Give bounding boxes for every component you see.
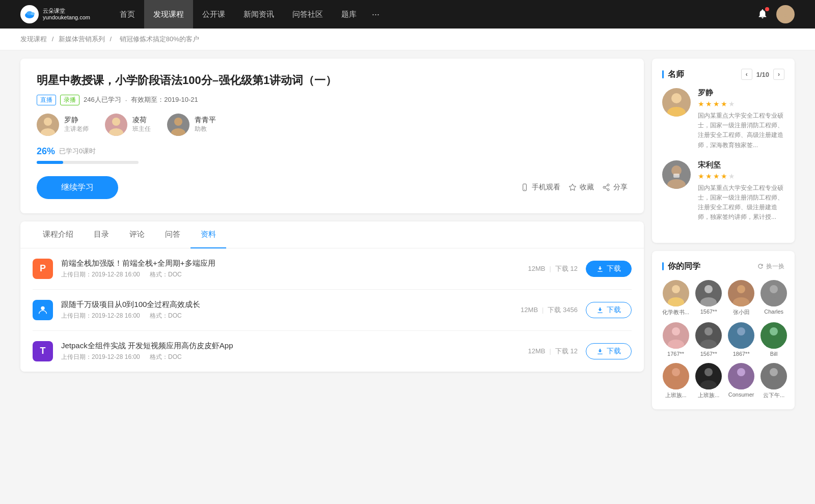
resource-size-0: 12MB	[528, 265, 546, 272]
resource-list: P 前端全栈加强版！前端全栈+全周期+多端应用 上传日期：2019-12-28 …	[20, 248, 644, 372]
action-buttons: 手机观看 收藏 分享	[521, 183, 628, 192]
tab-resources[interactable]: 资料	[191, 221, 226, 248]
teacher-info-0: 罗静 主讲老师	[64, 116, 89, 133]
sidebar-teacher-1: 宋利坚 ★ ★ ★ ★ ★ 国内某重点大学安全工程专业硕士，国家一级注册消防工程…	[662, 160, 784, 222]
teacher-avatar-0	[37, 114, 59, 136]
tag-live: 直播	[37, 95, 56, 105]
svg-point-41	[700, 380, 717, 389]
svg-point-17	[671, 93, 682, 103]
resource-item: 跟随千万级项目从0到100全过程高效成长 上传日期：2019-12-28 16:…	[33, 290, 632, 331]
classmate-name-6: 1867**	[733, 351, 750, 357]
teacher-1: 凌荷 班主任	[105, 114, 151, 136]
classmates-header: 你的同学 换一换	[662, 261, 784, 272]
svg-point-5	[44, 118, 52, 126]
classmate-name-2: 张小田	[733, 309, 750, 316]
classmate-4[interactable]: 1767**	[662, 322, 689, 357]
course-tags: 直播 录播 246人已学习 · 有效期至：2019-10-21	[37, 95, 628, 105]
resource-info-0: 前端全栈加强版！前端全栈+全周期+多端应用 上传日期：2019-12-28 16…	[61, 259, 520, 279]
classmate-1[interactable]: 1567**	[695, 280, 722, 316]
tab-qa[interactable]: 问答	[155, 221, 191, 248]
svg-point-36	[770, 327, 778, 335]
resource-downloads-2: 下载 12	[555, 347, 578, 356]
logo[interactable]: 云朵课堂 yundouketang.com	[20, 5, 90, 23]
svg-point-33	[700, 340, 717, 349]
resource-meta-1: 上传日期：2019-12-28 16:00 格式：DOC	[61, 312, 512, 320]
classmates-card: 你的同学 换一换 化学教书... 156	[652, 251, 795, 409]
svg-point-32	[704, 327, 713, 335]
classmate-11[interactable]: 云下午...	[760, 363, 787, 399]
main-layout: 明星中教授课，小学阶段语法100分–强化级第1讲动词（一） 直播 录播 246人…	[0, 50, 815, 426]
mobile-icon	[521, 183, 529, 191]
nav-discover[interactable]: 发现课程	[144, 0, 193, 29]
classmate-6[interactable]: 1867**	[728, 322, 754, 357]
svg-point-8	[109, 128, 123, 136]
bell-icon[interactable]	[757, 8, 768, 21]
teachers-prev-button[interactable]: ‹	[741, 69, 752, 80]
nav-quiz[interactable]: 题库	[332, 0, 366, 29]
sidebar: 名师 ‹ 1/10 › 罗静 ★ ★	[652, 59, 795, 417]
download-button-2[interactable]: 下载	[586, 343, 632, 359]
svg-point-39	[668, 380, 684, 389]
classmate-0[interactable]: 化学教书...	[662, 280, 689, 316]
nav-more[interactable]: ···	[366, 0, 386, 29]
collect-button[interactable]: 收藏	[568, 183, 594, 192]
svg-point-37	[766, 340, 782, 349]
classmate-7[interactable]: Bill	[760, 322, 787, 357]
download-button-0[interactable]: 下载	[586, 261, 632, 277]
classmate-name-10: Consumer	[728, 391, 754, 398]
svg-point-40	[704, 368, 713, 376]
breadcrumb-discover[interactable]: 发现课程	[20, 35, 47, 43]
sidebar-teacher-stars-1: ★ ★ ★ ★ ★	[698, 172, 784, 180]
svg-point-13	[607, 184, 609, 186]
download-button-1[interactable]: 下载	[586, 302, 632, 318]
user-avatar[interactable]	[776, 5, 795, 23]
progress-bar-fill	[37, 161, 63, 164]
breadcrumb-series[interactable]: 新媒体营销系列	[59, 35, 105, 43]
svg-point-35	[733, 340, 749, 349]
svg-point-3	[783, 10, 788, 15]
resource-item: T Jetpack全组件实战 开发短视频应用高仿皮皮虾App 上传日期：2019…	[33, 331, 632, 372]
tab-comment[interactable]: 评论	[119, 221, 155, 248]
classmate-9[interactable]: 上班族...	[695, 363, 722, 399]
svg-point-43	[733, 380, 749, 389]
progress-bar-bg	[37, 161, 139, 164]
refresh-button[interactable]: 换一换	[757, 262, 784, 271]
classmate-2[interactable]: 张小田	[728, 280, 754, 316]
classmate-8[interactable]: 上班族...	[662, 363, 689, 399]
continue-button[interactable]: 继续学习	[37, 176, 118, 199]
svg-point-24	[704, 285, 713, 293]
share-label: 分享	[613, 183, 628, 192]
classmate-3[interactable]: Charles	[760, 280, 787, 316]
teacher-0: 罗静 主讲老师	[37, 114, 89, 136]
classmate-10[interactable]: Consumer	[728, 363, 754, 399]
svg-point-42	[737, 368, 745, 376]
nav-news[interactable]: 新闻资讯	[234, 0, 283, 29]
share-button[interactable]: 分享	[602, 183, 628, 192]
collect-label: 收藏	[580, 183, 594, 192]
resource-name-2: Jetpack全组件实战 开发短视频应用高仿皮皮虾App	[61, 341, 520, 351]
progress-label: 26% 已学习0课时	[37, 146, 628, 157]
nav-qa[interactable]: 问答社区	[283, 0, 332, 29]
svg-point-6	[41, 128, 55, 136]
tab-intro[interactable]: 课程介绍	[33, 221, 84, 248]
actions-row: 继续学习 手机观看 收藏 分享	[37, 176, 628, 199]
progress-percent: 26%	[37, 146, 55, 157]
tab-catalog[interactable]: 目录	[84, 221, 119, 248]
course-title: 明星中教授课，小学阶段语法100分–强化级第1讲动词（一）	[37, 73, 628, 89]
nav-public[interactable]: 公开课	[193, 0, 234, 29]
teacher-info-1: 凌荷 班主任	[132, 116, 151, 133]
course-students: 246人已学习	[84, 95, 121, 104]
classmate-5[interactable]: 1567**	[695, 322, 722, 357]
teacher-role-1: 班主任	[132, 125, 151, 133]
teacher-name-0: 罗静	[64, 116, 89, 125]
teacher-name-1: 凌荷	[132, 116, 151, 125]
svg-point-4	[781, 16, 790, 21]
classmate-name-11: 云下午...	[763, 391, 784, 399]
mobile-watch-button[interactable]: 手机观看	[521, 183, 560, 192]
classmate-avatar-10	[728, 363, 754, 389]
teachers-page: 1/10	[756, 71, 769, 78]
header: 云朵课堂 yundouketang.com 首页 发现课程 公开课 新闻资讯 问…	[0, 0, 815, 29]
teachers-next-button[interactable]: ›	[773, 69, 784, 80]
resource-size-1: 12MB	[521, 306, 538, 314]
nav-home[interactable]: 首页	[111, 0, 144, 29]
